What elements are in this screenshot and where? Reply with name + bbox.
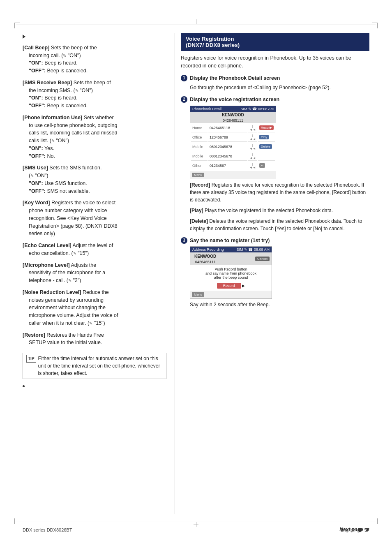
microphone-level-item: [Microphone Level] Adjusts the sensitivi… [23, 261, 166, 284]
left-column: [Call Beep] Sets the beep of the incomin… [23, 33, 175, 514]
table-row: Other 01234567 |◄◄ ← [191, 162, 275, 170]
footer-language: English [341, 527, 355, 532]
corner-mark-bl [14, 518, 20, 524]
corner-mark-br [372, 518, 378, 524]
call-beep-item: [Call Beep] Sets the beep of the incomin… [23, 44, 166, 75]
step-2-number: 2 [181, 96, 187, 103]
content-area: [Call Beep] Sets the beep of the incomin… [23, 33, 369, 514]
addr-contact-number: 0426465111 [192, 259, 218, 264]
key-word-item: [Key Word] Registers the voice to select… [23, 199, 166, 238]
step-2-title: Display the voice registration screen [190, 96, 279, 104]
screenshot-menu-btn[interactable]: Menu [192, 173, 204, 177]
call-beep-title: [Call Beep] Sets the beep of the [23, 44, 166, 52]
menu-btn[interactable]: ← [259, 163, 265, 168]
play-sub-item: [Play] Plays the voice registered in the… [190, 207, 369, 214]
tip-box: TIP Either the time interval for automat… [23, 353, 166, 379]
screenshot-header-row: Phonebook Detail SIM ✎ ☎ 08:08 AM [190, 106, 276, 112]
footer-right-area: English 57 [341, 527, 369, 532]
footer-left: DDX series DDX8026BT [23, 527, 72, 532]
phone-info-use-item: [Phone Information Use] Sets whether to … [23, 114, 166, 160]
voice-reg-header: Voice Registration (DNX7/ DDX8 series) [181, 33, 369, 51]
step-3-number: 3 [181, 237, 187, 244]
addr-instruction-2: and say name from phonebook [192, 271, 270, 275]
screenshot-header-title: Phonebook Detail [192, 107, 221, 111]
footer-bullet-icon [358, 528, 362, 532]
addr-menu-btn[interactable]: Menu [192, 292, 204, 297]
address-recording-screenshot: Address Recording SIM ✎ ☎ 08:08 AM KENWO… [190, 246, 272, 299]
corner-mark-tr [372, 23, 378, 28]
tip-section: TIP Either the time interval for automat… [23, 351, 166, 379]
table-row: Mobile 08012345678 |◄◄ [191, 152, 275, 161]
record-btn[interactable]: Recor▶ [259, 125, 274, 130]
corner-mark-tl [14, 23, 20, 28]
phonebook-screenshot: Phonebook Detail SIM ✎ ☎ 08:08 AM KENWOO… [190, 106, 276, 179]
edit-icon-phone-info: ✎ [51, 138, 55, 144]
edit-icon-sms: ✎ [75, 88, 78, 94]
step-2-header: 2 Display the voice registration screen [181, 96, 369, 104]
edit-icon-sms-use: ✎ [30, 173, 34, 179]
right-column: Voice Registration (DNX7/ DDX8 series) R… [175, 33, 369, 514]
noise-reduction-item: [Noise Reduction Level] Reduce the noise… [23, 289, 166, 327]
top-border [16, 25, 376, 25]
screenshot-status: SIM ✎ ☎ 08:08 AM [240, 107, 274, 111]
step-1-desc: Go through the procedure of <Calling by … [190, 84, 369, 91]
tip-text: Either the time interval for automatic a… [38, 355, 163, 377]
edit-icon-mic: ✎ [68, 278, 71, 284]
say-within-text: Say within 2 seconds after the Beep. [190, 301, 369, 308]
play-btn[interactable]: Play [259, 135, 269, 139]
table-row: Office 123456789 |◄◄ Play [191, 133, 275, 142]
sms-use-item: [SMS Use] Sets the SMS function. (✎ "ON"… [23, 164, 166, 195]
screenshot-table: Home 0426465118 |◄◄ Recor▶ Office 123456… [190, 123, 276, 171]
dot-bullet-section [23, 382, 166, 390]
edit-icon-echo: ✎ [73, 250, 76, 257]
center-mark-top [194, 19, 198, 24]
addr-instruction-1: Push Record button [192, 267, 270, 271]
center-mark-bottom [194, 522, 198, 527]
voice-reg-title-line2: (DNX7/ DDX8 series) [186, 42, 364, 48]
step-3-header: 3 Say the name to register (1st try) [181, 237, 369, 245]
sms-receive-beep-item: [SMS Receive Beep] Sets the beep of the … [23, 79, 166, 110]
restore-item: [Restore] Restores the Hands Free SETUP … [23, 331, 166, 347]
triangle-bullet-icon [23, 35, 25, 39]
addr-body: Push Record button and say name from pho… [190, 265, 272, 291]
screenshot-contact-number: 0426465111 [190, 118, 276, 123]
addr-instruction-3: after the beep sound [192, 275, 270, 280]
step-3: 3 Say the name to register (1st try) Add… [181, 237, 369, 309]
screenshot-contact-name: KENWOOD [190, 112, 276, 118]
step-1-title: Display the Phonebook Detail screen [190, 75, 280, 82]
table-row: Home 0426465118 |◄◄ Recor▶ [191, 124, 275, 132]
addr-cancel-btn[interactable]: Cancel [255, 257, 270, 261]
page-container: [Call Beep] Sets the beep of the incomin… [0, 0, 392, 555]
step-1-number: 1 [181, 75, 187, 81]
table-row: Mobile 08012345678 |◄◄ Delete [191, 143, 275, 151]
delete-btn[interactable]: Delete [259, 144, 272, 149]
tip-icon: TIP [26, 355, 36, 363]
step-3-title: Say the name to register (1st try) [190, 237, 270, 245]
dot-bullet-icon [23, 385, 25, 387]
step-1-header: 1 Display the Phonebook Detail screen [181, 75, 369, 82]
voice-reg-title-line1: Voice Registration [186, 36, 364, 42]
addr-screenshot-status: SIM ✎ ☎ 08:08 AM [236, 247, 270, 252]
step-1: 1 Display the Phonebook Detail screen Go… [181, 75, 369, 92]
addr-record-btn[interactable]: Record [217, 283, 241, 289]
step-2: 2 Display the voice registration screen … [181, 96, 369, 232]
echo-cancel-item: [Echo Cancel Level] Adjust the level of … [23, 242, 166, 257]
voice-reg-description: Registers voice for voice recognition in… [181, 54, 369, 70]
addr-contact-name: KENWOOD [192, 253, 218, 259]
page-number: 57 [364, 527, 369, 532]
addr-screenshot-title: Address Recording [192, 247, 224, 252]
record-sub-item: [Record] Registers the voice for voice r… [190, 181, 369, 204]
addr-screenshot-header: Address Recording SIM ✎ ☎ 08:08 AM [190, 247, 272, 252]
delete-sub-item: [Delete] Deletes the voice registered in… [190, 217, 369, 232]
